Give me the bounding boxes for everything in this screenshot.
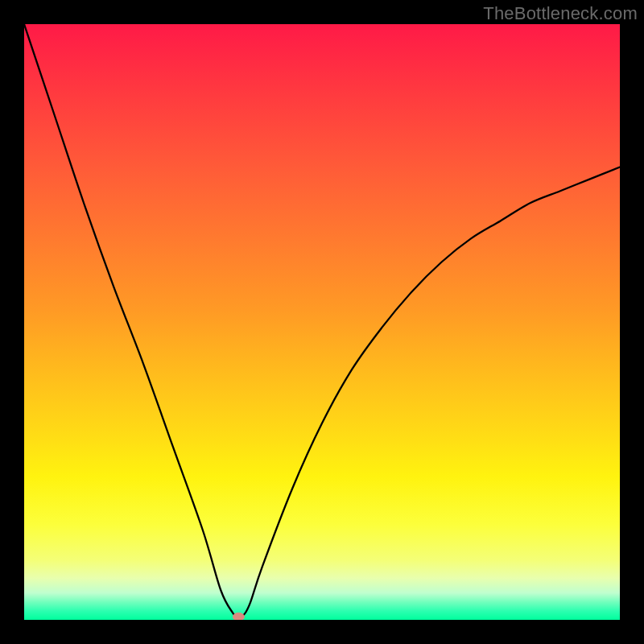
chart-svg [24, 24, 620, 620]
bottleneck-curve-path [24, 24, 620, 617]
attribution-label: TheBottleneck.com [483, 3, 638, 24]
minimum-marker [233, 613, 244, 620]
chart-plot-area [24, 24, 620, 620]
